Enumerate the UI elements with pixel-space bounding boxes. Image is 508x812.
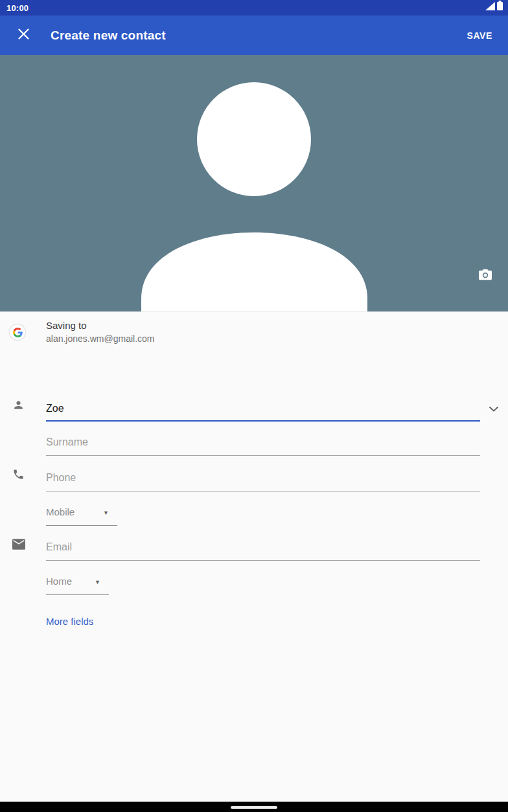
saving-to-label: Saving to bbox=[46, 320, 87, 331]
person-silhouette-icon bbox=[0, 55, 508, 314]
chevron-down-icon[interactable] bbox=[486, 401, 502, 416]
phone-type-dropdown[interactable]: Mobile ▼ bbox=[46, 491, 117, 526]
signal-icon bbox=[485, 1, 495, 13]
person-icon bbox=[12, 399, 25, 414]
battery-icon bbox=[497, 1, 503, 13]
navigation-bar bbox=[0, 802, 508, 812]
first-name-row bbox=[46, 355, 480, 422]
account-email: alan.jones.wm@gmail.com bbox=[46, 333, 155, 344]
create-contact-screen: 10:00 Create new contact SAVE bbox=[0, 0, 508, 812]
contact-photo-area[interactable] bbox=[0, 55, 508, 311]
status-icons bbox=[485, 1, 503, 15]
camera-icon[interactable] bbox=[478, 268, 492, 281]
home-indicator[interactable] bbox=[231, 806, 277, 809]
account-row[interactable]: Saving to alan.jones.wm@gmail.com bbox=[0, 312, 508, 355]
email-icon bbox=[12, 539, 25, 552]
email-type-value: Home bbox=[46, 576, 72, 594]
google-account-icon bbox=[10, 324, 25, 340]
first-name-input[interactable] bbox=[46, 403, 480, 420]
close-button[interactable] bbox=[8, 20, 39, 51]
email-input[interactable] bbox=[46, 541, 480, 560]
phone-type-value: Mobile bbox=[46, 506, 75, 525]
close-icon bbox=[17, 28, 30, 43]
page-title: Create new contact bbox=[51, 28, 166, 43]
phone-icon bbox=[12, 468, 25, 483]
surname-row bbox=[46, 422, 480, 456]
surname-input[interactable] bbox=[46, 436, 480, 455]
phone-row bbox=[46, 456, 480, 491]
save-button[interactable]: SAVE bbox=[466, 25, 494, 46]
app-bar: Create new contact SAVE bbox=[0, 16, 508, 55]
email-type-row: Home ▼ bbox=[46, 561, 508, 595]
email-type-dropdown[interactable]: Home ▼ bbox=[46, 561, 109, 595]
dropdown-arrow-icon: ▼ bbox=[103, 510, 109, 525]
more-fields-link[interactable]: More fields bbox=[46, 616, 93, 627]
status-bar: 10:00 bbox=[0, 0, 508, 16]
email-row bbox=[46, 526, 480, 561]
phone-input[interactable] bbox=[46, 472, 480, 491]
dropdown-arrow-icon: ▼ bbox=[95, 580, 100, 594]
clock: 10:00 bbox=[6, 3, 29, 13]
contact-form: Saving to alan.jones.wm@gmail.com bbox=[0, 311, 508, 802]
phone-type-row: Mobile ▼ bbox=[46, 491, 508, 526]
